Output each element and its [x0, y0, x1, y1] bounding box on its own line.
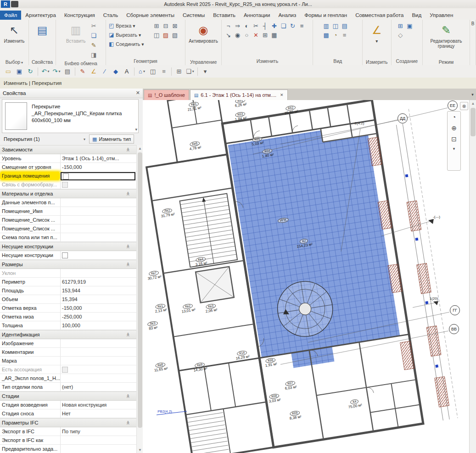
property-group-header[interactable]: Параметры IFC≪ — [0, 418, 136, 427]
property-value[interactable] — [61, 365, 136, 374]
unpin-icon[interactable]: ○ — [242, 30, 251, 39]
paste-button[interactable]: ▥Вставить — [63, 21, 88, 58]
steering-wheel-icon[interactable]: ◔ — [452, 113, 456, 121]
ribbon-tab-Формы и генплан[interactable]: Формы и генплан — [300, 11, 351, 20]
property-value[interactable]: 100,000 — [61, 321, 136, 330]
selection-filter-combo[interactable]: Перекрытия (1) ▾ — [2, 135, 87, 143]
offset-icon[interactable]: ⇒ — [233, 21, 242, 30]
property-value[interactable] — [61, 357, 136, 365]
legend-component-icon[interactable]: ◇ — [396, 30, 405, 39]
beam-joins-icon[interactable]: ⊟ — [161, 21, 170, 30]
demolish-icon[interactable]: ◫ — [152, 30, 161, 39]
pin-icon[interactable]: ◉ — [233, 30, 242, 39]
element-icon[interactable]: ▦ — [269, 30, 279, 39]
geometry-panel-label[interactable]: Геометрия — [106, 58, 185, 65]
zoom-icon[interactable]: ⊕ — [451, 124, 457, 132]
checkbox[interactable] — [62, 252, 68, 258]
collapse-chevron-icon[interactable]: ≪ — [123, 147, 132, 151]
collapse-chevron-icon[interactable]: ≪ — [123, 420, 132, 425]
measure-tool-button[interactable]: ∠▾ — [364, 21, 389, 58]
section-button[interactable]: ◫ — [148, 67, 158, 76]
thin-lines-button[interactable]: ≡ — [159, 67, 169, 76]
property-value[interactable] — [61, 445, 136, 453]
property-value[interactable]: (нет) — [61, 383, 136, 391]
array-icon[interactable]: ≡ — [297, 21, 306, 30]
property-value[interactable] — [61, 207, 136, 215]
property-value[interactable]: 61279,919 — [61, 278, 136, 286]
scroll-up-icon[interactable]: ▲ — [470, 100, 476, 107]
open-file-button[interactable]: ▭ — [3, 67, 13, 76]
canvas-scrollbar[interactable]: ▲ — [469, 100, 476, 453]
paste-special-icon[interactable]: ◨ — [89, 50, 98, 59]
tag-by-category-button[interactable]: ◆ — [111, 67, 121, 76]
property-value[interactable] — [61, 348, 136, 356]
hide-elements-icon[interactable]: ◫ — [331, 21, 340, 30]
close-icon[interactable]: ✕ — [136, 90, 140, 96]
property-value[interactable] — [61, 224, 136, 233]
match-properties-icon[interactable]: ✎ — [89, 40, 98, 50]
view-panel-label[interactable]: Вид — [313, 58, 362, 65]
toolbar-overflow-button[interactable]: ▾ — [200, 67, 210, 76]
cut-geometry-button[interactable]: ◪Вырезать ▾ — [109, 30, 151, 39]
chevron-down-icon[interactable]: ▾ — [135, 127, 137, 132]
manage-panel-label[interactable]: Управление — [185, 59, 222, 65]
measure-button[interactable]: ∠ — [89, 67, 99, 76]
property-value[interactable] — [61, 198, 136, 207]
view-tab-list-button[interactable]: ▾ — [469, 89, 476, 100]
create-panel-label[interactable]: Создание — [392, 58, 422, 65]
property-value[interactable] — [61, 269, 136, 277]
property-value[interactable] — [61, 339, 136, 347]
ribbon-tab-Архитектура[interactable]: Архитектура — [21, 11, 60, 20]
text-button[interactable]: A — [122, 67, 132, 76]
property-value[interactable]: Этаж 1 (Ось 1-14)_отм... — [61, 154, 136, 162]
property-value[interactable]: Нет — [61, 409, 136, 418]
zoom-region-icon[interactable]: ⊡ — [451, 135, 457, 143]
unjoin-icon[interactable]: ⊠ — [170, 21, 179, 30]
rotate-icon[interactable]: ↻ — [288, 21, 297, 30]
property-value[interactable] — [61, 374, 136, 382]
modify-panel-label[interactable]: Изменить — [222, 58, 313, 65]
property-value[interactable] — [61, 251, 136, 259]
revit-logo-icon[interactable]: R — [1, 0, 10, 8]
property-value[interactable]: Новая конструкция — [61, 401, 136, 409]
ribbon-tab-Аннотации[interactable]: Аннотации — [240, 11, 274, 20]
collapse-chevron-icon[interactable]: ≪ — [123, 244, 132, 248]
property-value[interactable]: -150,000 — [61, 304, 136, 312]
edit-type-button[interactable]: ▦ Изменить тип — [89, 134, 134, 144]
reveal-hidden-icon[interactable]: ◔ — [331, 30, 340, 39]
ribbon-tab-Сборные элементы[interactable]: Сборные элементы — [122, 11, 179, 20]
measure-panel-label[interactable]: Измерить — [363, 59, 391, 65]
cut-icon[interactable]: ✂ — [89, 21, 98, 30]
print-button[interactable]: ▤ — [62, 67, 73, 76]
ribbon-tab-Системы[interactable]: Системы — [179, 11, 209, 20]
switch-windows-button[interactable]: ❏▾ — [185, 67, 195, 76]
ribbon-tab-Конструкция[interactable]: Конструкция — [60, 11, 99, 20]
ribbon-tab-Анализ[interactable]: Анализ — [274, 11, 300, 20]
ribbon-tab-Совместная работа[interactable]: Совместная работа — [351, 11, 408, 20]
collapse-chevron-icon[interactable]: ≪ — [123, 191, 132, 196]
property-value[interactable] — [61, 172, 135, 180]
property-value[interactable]: 153,944 — [61, 286, 136, 295]
visibility-icon[interactable]: ▥ — [322, 21, 331, 30]
copy-icon[interactable]: ❏ — [89, 31, 98, 40]
ribbon-tab-Вставить[interactable]: Вставить — [209, 11, 240, 20]
scrollbar-thumb[interactable] — [138, 152, 142, 428]
property-group-header[interactable]: Размеры≪ — [0, 260, 136, 269]
navigation-close-icon[interactable]: ⊗ — [460, 102, 468, 110]
scroll-down-icon[interactable]: ▼ — [137, 447, 143, 453]
delete-icon[interactable]: ✕ — [251, 30, 260, 39]
property-group-header[interactable]: Идентификация≪ — [0, 330, 136, 339]
property-value[interactable] — [61, 216, 136, 224]
override-graphics-icon[interactable]: ▤ — [340, 21, 349, 30]
mode-panel-label[interactable]: Режим — [423, 59, 470, 65]
scrollbar-thumb[interactable] — [470, 108, 476, 136]
split-face-icon[interactable]: ▧ — [170, 30, 179, 39]
display-mode-icon[interactable]: ▩ — [322, 30, 331, 39]
align-icon[interactable]: ¬ — [224, 21, 233, 30]
ribbon-tab-Сталь[interactable]: Сталь — [99, 11, 123, 20]
move-icon[interactable]: ✚ — [269, 21, 279, 30]
properties-button[interactable]: ▤ — [31, 21, 54, 58]
cope-button[interactable]: ◰Врезка ▾ — [109, 21, 151, 30]
activate-controls-button[interactable]: ◉Активировать — [191, 21, 216, 58]
property-value[interactable] — [61, 233, 136, 241]
